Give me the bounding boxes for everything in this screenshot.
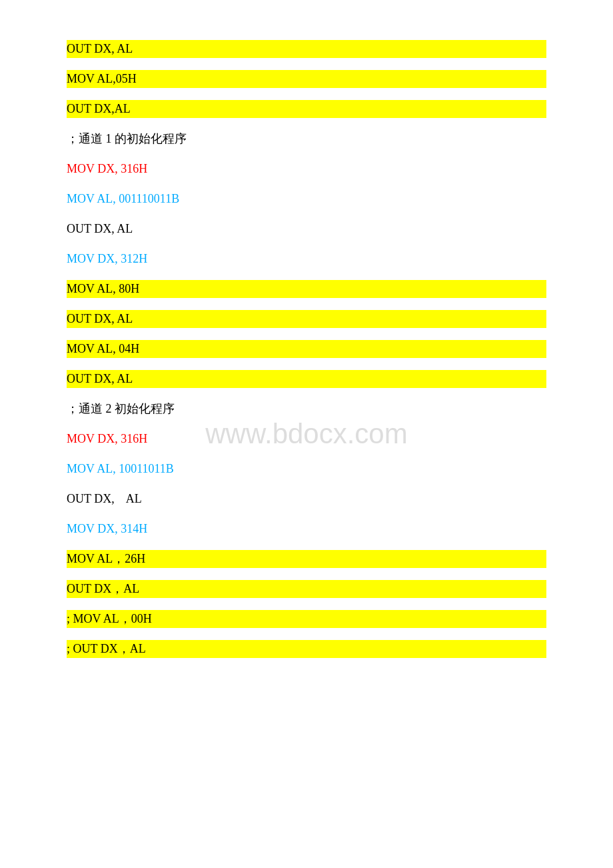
code-line-line9: MOV AL, 80H <box>67 280 546 298</box>
code-line-line10: OUT DX, AL <box>67 310 546 328</box>
code-line-line3: OUT DX,AL <box>67 100 546 118</box>
code-line-line12: OUT DX, AL <box>67 370 546 388</box>
code-line-line5: MOV DX, 316H <box>67 160 546 178</box>
code-line-line20: ; MOV AL，00H <box>67 610 546 628</box>
code-line-line15: MOV AL, 10011011B <box>67 460 546 478</box>
code-line-line11: MOV AL, 04H <box>67 340 546 358</box>
code-line-line14: MOV DX, 316H <box>67 430 546 448</box>
code-line-line17: MOV DX, 314H <box>67 520 546 538</box>
code-line-line6: MOV AL, 001110011B <box>67 190 546 208</box>
code-content: OUT DX, ALMOV AL,05HOUT DX,AL；通道 1 的初始化程… <box>67 40 546 658</box>
code-line-line1: OUT DX, AL <box>67 40 546 58</box>
code-line-line8: MOV DX, 312H <box>67 250 546 268</box>
code-line-line16: OUT DX, AL <box>67 490 546 508</box>
code-line-line2: MOV AL,05H <box>67 70 546 88</box>
code-line-line7: OUT DX, AL <box>67 220 546 238</box>
code-line-line21: ; OUT DX，AL <box>67 640 546 658</box>
code-line-line18: MOV AL，26H <box>67 550 546 568</box>
code-line-line19: OUT DX，AL <box>67 580 546 598</box>
code-line-line4: ；通道 1 的初始化程序 <box>67 130 546 148</box>
code-line-line13: ；通道 2 初始化程序 <box>67 400 546 418</box>
